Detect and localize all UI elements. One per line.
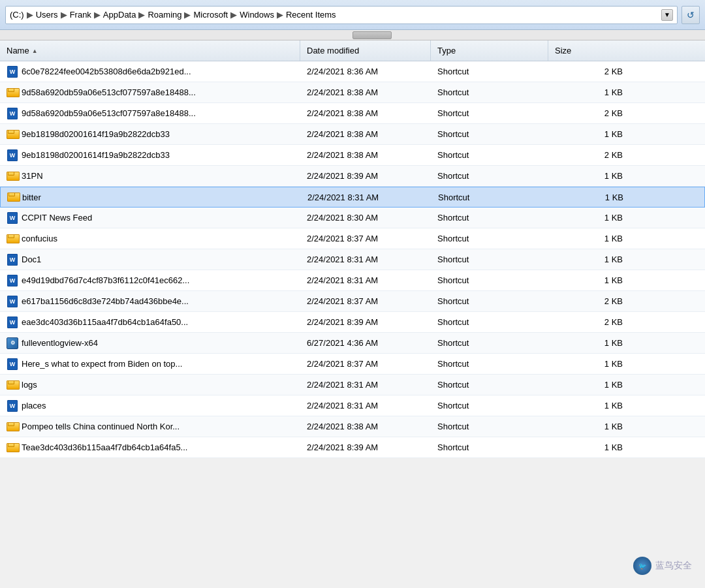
file-name: bitter — [1, 189, 301, 206]
file-date: 2/24/2021 8:37 AM — [300, 294, 431, 309]
table-row[interactable]: ⚙ fulleventlogview-x64 6/27/2021 4:36 AM… — [0, 333, 705, 354]
table-row[interactable]: 31PN 2/24/2021 8:39 AM Shortcut 1 KB — [0, 166, 705, 187]
file-name: confucius — [0, 230, 300, 247]
folder-icon — [7, 442, 18, 454]
breadcrumb-recent-items: Recent Items — [286, 10, 336, 20]
table-row[interactable]: W places 2/24/2021 8:31 AM Shortcut 1 KB — [0, 395, 705, 416]
file-date: 2/24/2021 8:31 AM — [300, 398, 431, 413]
breadcrumb-appdata: AppData — [103, 10, 136, 20]
file-date: 2/24/2021 8:39 AM — [300, 315, 431, 330]
table-row[interactable]: 9d58a6920db59a06e513cf077597a8e18488... … — [0, 82, 705, 103]
col-header-date[interactable]: Date modified — [300, 40, 431, 61]
folder-icon — [7, 87, 18, 99]
table-row[interactable]: W e617ba1156d6c8d3e724bb74ad436bbe4e... … — [0, 291, 705, 312]
table-row[interactable]: logs 2/24/2021 8:31 AM Shortcut 1 KB — [0, 375, 705, 395]
file-size: 1 KB — [548, 440, 633, 455]
file-size: 1 KB — [548, 231, 633, 246]
file-name: W Here_s what to expect from Biden on to… — [0, 356, 300, 373]
file-date: 2/24/2021 8:31 AM — [300, 273, 431, 288]
file-date: 6/27/2021 4:36 AM — [300, 335, 431, 350]
file-name: W 9d58a6920db59a06e513cf077597a8e18488..… — [0, 105, 300, 122]
folder-icon — [7, 129, 18, 140]
file-type: Shortcut — [431, 315, 548, 330]
file-type: Shortcut — [431, 356, 548, 371]
word-icon: W — [7, 108, 18, 119]
file-name: logs — [0, 377, 300, 394]
table-row[interactable]: W 9d58a6920db59a06e513cf077597a8e18488..… — [0, 103, 705, 124]
address-bar: (C:) ▶ Users ▶ Frank ▶ AppData ▶ Roaming… — [0, 0, 705, 30]
breadcrumb-sep-5: ▶ — [184, 10, 191, 20]
file-name: W Doc1 — [0, 251, 300, 268]
file-name: 9d58a6920db59a06e513cf077597a8e18488... — [0, 84, 300, 101]
table-row[interactable]: W e49d19dbd76d7c4cf87b3f6112c0f41ec662..… — [0, 270, 705, 291]
file-size: 2 KB — [548, 147, 633, 162]
file-name: W places — [0, 397, 300, 414]
word-icon: W — [7, 66, 18, 78]
breadcrumb-sep-3: ▶ — [94, 10, 101, 20]
folder-icon — [7, 170, 18, 182]
file-name: ⚙ fulleventlogview-x64 — [0, 335, 300, 352]
exe-icon: ⚙ — [7, 337, 18, 349]
file-type: Shortcut — [431, 377, 548, 392]
file-date: 2/24/2021 8:31 AM — [300, 252, 431, 267]
breadcrumb-sep-1: ▶ — [27, 10, 33, 20]
file-date: 2/24/2021 8:38 AM — [300, 419, 431, 434]
breadcrumb-frank: Frank — [70, 10, 91, 20]
table-row[interactable]: Teae3dc403d36b115aa4f7db64cb1a64fa5... 2… — [0, 437, 705, 458]
scrollbar-thumb[interactable] — [352, 31, 392, 39]
file-type: Shortcut — [431, 273, 548, 288]
table-row[interactable]: Pompeo tells China continued North Kor..… — [0, 416, 705, 437]
file-type: Shortcut — [431, 419, 548, 434]
file-type: Shortcut — [431, 127, 548, 142]
breadcrumb-users: Users — [36, 10, 58, 20]
file-name: 9eb18198d02001614f19a9b2822dcb33 — [0, 126, 300, 143]
breadcrumb-roaming: Roaming — [148, 10, 181, 20]
file-date: 2/24/2021 8:38 AM — [300, 147, 431, 162]
file-type: Shortcut — [431, 85, 548, 100]
breadcrumb[interactable]: (C:) ▶ Users ▶ Frank ▶ AppData ▶ Roaming… — [5, 6, 678, 24]
watermark-logo: 🐦 — [633, 557, 651, 575]
word-icon: W — [7, 254, 18, 266]
file-name: W CCPIT News Feed — [0, 209, 300, 226]
table-row[interactable]: W 6c0e78224fee0042b53808d6e6da2b921ed...… — [0, 61, 705, 82]
watermark: 🐦 蓝鸟安全 — [633, 557, 692, 575]
file-name: W eae3dc403d36b115aa4f7db64cb1a64fa50... — [0, 314, 300, 331]
table-row[interactable]: bitter 2/24/2021 8:31 AM Shortcut 1 KB — [0, 187, 705, 208]
breadcrumb-dropdown-button[interactable]: ▼ — [661, 9, 673, 21]
folder-icon — [7, 233, 18, 245]
table-row[interactable]: W CCPIT News Feed 2/24/2021 8:30 AM Shor… — [0, 208, 705, 228]
table-row[interactable]: W Doc1 2/24/2021 8:31 AM Shortcut 1 KB — [0, 249, 705, 270]
file-name: W 9eb18198d02001614f19a9b2822dcb33 — [0, 147, 300, 164]
file-date: 2/24/2021 8:39 AM — [300, 440, 431, 455]
table-row[interactable]: confucius 2/24/2021 8:37 AM Shortcut 1 K… — [0, 228, 705, 249]
file-size: 2 KB — [548, 315, 633, 330]
word-icon: W — [7, 358, 18, 370]
file-date: 2/24/2021 8:31 AM — [301, 190, 431, 205]
breadcrumb-sep-2: ▶ — [61, 10, 67, 20]
col-header-name[interactable]: Name ▲ — [0, 40, 300, 61]
file-size: 1 KB — [548, 377, 633, 392]
breadcrumb-sep-4: ▶ — [138, 10, 145, 20]
file-size: 2 KB — [548, 294, 633, 309]
col-header-size[interactable]: Size — [548, 40, 633, 61]
refresh-button[interactable]: ↺ — [682, 6, 700, 24]
table-row[interactable]: W Here_s what to expect from Biden on to… — [0, 354, 705, 375]
table-row[interactable]: W 9eb18198d02001614f19a9b2822dcb33 2/24/… — [0, 145, 705, 166]
file-date: 2/24/2021 8:39 AM — [300, 168, 431, 183]
column-headers: Name ▲ Date modified Type Size — [0, 40, 705, 61]
col-header-type[interactable]: Type — [431, 40, 548, 61]
table-row[interactable]: W eae3dc403d36b115aa4f7db64cb1a64fa50...… — [0, 312, 705, 333]
table-row[interactable]: 9eb18198d02001614f19a9b2822dcb33 2/24/20… — [0, 124, 705, 145]
file-type: Shortcut — [431, 147, 548, 162]
horizontal-scrollbar[interactable] — [0, 30, 705, 40]
watermark-text: 蓝鸟安全 — [655, 560, 692, 572]
file-list: W 6c0e78224fee0042b53808d6e6da2b921ed...… — [0, 61, 705, 458]
breadcrumb-microsoft: Microsoft — [193, 10, 228, 20]
file-name: W 6c0e78224fee0042b53808d6e6da2b921ed... — [0, 63, 300, 80]
file-size: 1 KB — [548, 210, 633, 225]
word-icon: W — [7, 212, 18, 224]
file-date: 2/24/2021 8:37 AM — [300, 231, 431, 246]
file-date: 2/24/2021 8:38 AM — [300, 127, 431, 142]
file-size: 1 KB — [548, 419, 633, 434]
file-size: 1 KB — [548, 85, 633, 100]
